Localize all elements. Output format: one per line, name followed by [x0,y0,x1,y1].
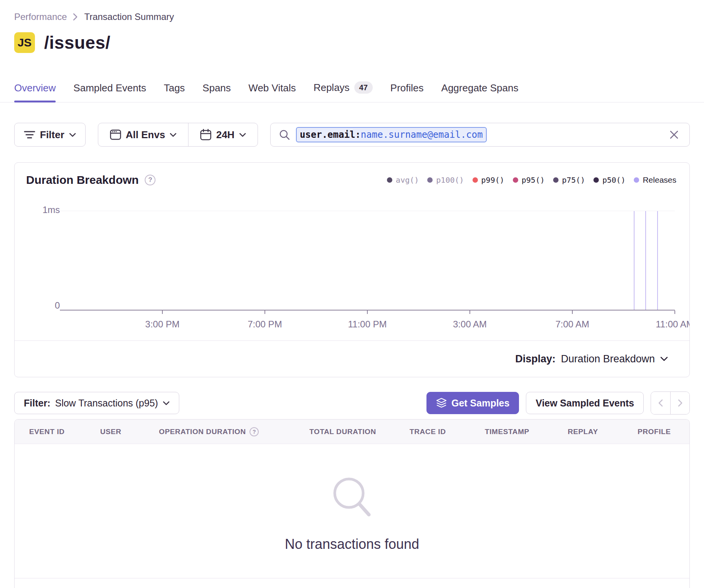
chart-header: Duration Breakdown ? avg() p100() p99() … [15,163,689,187]
token-key: user.email: [300,129,361,140]
breadcrumb-current: Transaction Summary [84,12,174,22]
transactions-table: EVENT ID USER OPERATION DURATION ? TOTAL… [14,419,690,588]
chevron-down-icon [660,357,668,361]
tab-bar: Overview Sampled Events Tags Spans Web V… [0,81,704,102]
chevron-right-icon [678,399,683,407]
chart-help-icon[interactable]: ? [145,175,155,185]
breadcrumb: Performance Transaction Summary [14,0,690,22]
display-label: Display: [515,353,555,365]
legend-item-p99[interactable]: p99() [473,175,504,185]
x-axis-tick-label: 3:00 PM [145,319,179,330]
tab-label: Tags [164,82,185,94]
chevron-down-icon [69,133,76,137]
transaction-summary-page: Performance Transaction Summary JS /issu… [0,0,704,588]
breadcrumb-performance-link[interactable]: Performance [14,12,67,22]
x-axis-tick-label: 7:00 AM [555,319,589,330]
legend-label: p100() [436,175,464,185]
duration-breakdown-panel: Duration Breakdown ? avg() p100() p99() … [14,162,690,377]
legend-dot [427,177,433,183]
tab-aggregate-spans[interactable]: Aggregate Spans [441,82,519,102]
tab-label: Replays [314,82,350,93]
legend-dot [634,177,639,183]
x-axis-tick [469,311,470,314]
date-range-selector-label: 24H [216,129,235,141]
filter-button-label: Filter [40,129,64,141]
clear-search-button[interactable] [667,128,681,142]
transaction-filter-value: Slow Transactions (p95) [55,398,158,409]
column-help-icon[interactable]: ? [250,427,259,436]
transaction-filter-label: Filter: [24,398,50,409]
token-value: name.surname@email.com [361,129,483,140]
tab-sampled-events[interactable]: Sampled Events [73,82,146,102]
tab-label: Overview [14,82,56,94]
legend-label: avg() [396,175,419,185]
release-marker-line[interactable] [645,211,646,310]
chevron-left-icon [658,399,663,407]
tab-overview[interactable]: Overview [14,82,56,102]
close-icon [669,130,679,139]
release-marker-line[interactable] [657,211,658,310]
chart-plot-area[interactable]: 3:00 PM 7:00 PM 11:00 PM 3:00 AM 7:00 AM… [60,211,675,311]
javascript-platform-badge: JS [14,32,35,53]
tab-spans[interactable]: Spans [203,82,231,102]
legend-label: p75() [562,175,585,185]
column-header-event-id: EVENT ID [29,420,64,444]
get-samples-button[interactable]: Get Samples [426,392,519,414]
chart-title: Duration Breakdown [26,173,139,187]
chart-legend: avg() p100() p99() p95() p75() p50() Rel… [387,175,676,185]
filter-bar: Filter All Envs [14,123,690,147]
tab-replays[interactable]: Replays 47 [314,81,373,102]
x-axis-tick [162,311,163,314]
table-empty-state: No transactions found [15,444,689,578]
column-header-user: USER [100,420,121,444]
previous-page-button[interactable] [651,392,670,414]
legend-dot [553,177,559,183]
legend-item-p95[interactable]: p95() [513,175,545,185]
view-sampled-events-label: View Sampled Events [535,398,634,409]
x-axis-tick [264,311,265,314]
legend-dot [387,177,392,183]
tab-profiles[interactable]: Profiles [390,82,424,102]
view-sampled-events-button[interactable]: View Sampled Events [526,392,644,414]
search-bar[interactable]: user.email:name.surname@email.com [270,123,690,147]
legend-label: p50() [602,175,625,185]
tab-label: Sampled Events [73,82,146,94]
display-mode-dropdown[interactable]: Display: Duration Breakdown [15,341,689,377]
title-row: JS /issues/ [14,32,690,53]
tab-tags[interactable]: Tags [164,82,185,102]
x-axis-tick [367,311,368,314]
release-marker-line[interactable] [634,211,635,310]
next-page-button[interactable] [670,392,689,414]
search-filter-token[interactable]: user.email:name.surname@email.com [296,127,487,142]
filter-button[interactable]: Filter [14,123,86,147]
legend-dot [473,177,478,183]
legend-item-p100[interactable]: p100() [427,175,464,185]
environment-selector[interactable]: All Envs [98,123,188,146]
legend-dot [513,177,518,183]
x-axis-tick-label: 3:00 AM [453,319,487,330]
date-range-selector[interactable]: 24H [188,123,258,146]
column-header-replay: REPLAY [568,420,598,444]
column-header-operation-duration: OPERATION DURATION ? [159,420,259,444]
legend-label: p95() [522,175,545,185]
legend-item-p50[interactable]: p50() [593,175,625,185]
chevron-down-icon [170,133,177,137]
filter-icon [24,130,35,139]
tab-label: Aggregate Spans [441,82,519,94]
chevron-down-icon [239,133,246,137]
page-title: /issues/ [44,32,111,53]
legend-item-p75[interactable]: p75() [553,175,585,185]
legend-item-avg[interactable]: avg() [387,175,419,185]
display-value: Duration Breakdown [561,353,655,365]
tab-label: Web Vitals [248,82,296,94]
table-header-row: EVENT ID USER OPERATION DURATION ? TOTAL… [15,420,689,444]
search-icon [279,129,290,140]
y-axis-label-bottom: 0 [18,300,60,311]
tab-web-vitals[interactable]: Web Vitals [248,82,296,102]
transaction-filter-dropdown[interactable]: Filter: Slow Transactions (p95) [14,392,179,414]
tab-label: Profiles [390,82,424,94]
window-icon [110,129,121,140]
get-samples-label: Get Samples [451,398,509,409]
x-axis-tick-label: 7:00 PM [248,319,282,330]
legend-item-releases[interactable]: Releases [634,175,676,185]
